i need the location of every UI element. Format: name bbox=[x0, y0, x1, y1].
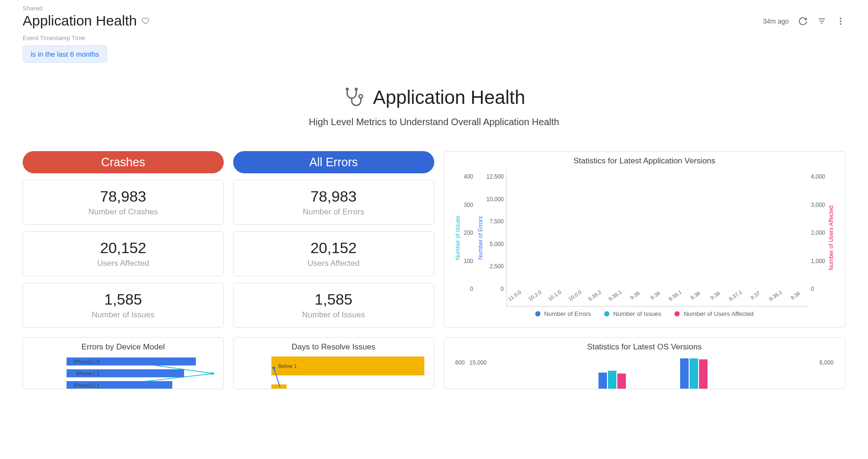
page-title: Application Health bbox=[23, 13, 137, 29]
axis-tick: 2,000 bbox=[811, 230, 825, 236]
svg-point-3 bbox=[840, 17, 841, 19]
hero-subtitle: High Level Metrics to Understand Overall… bbox=[0, 117, 868, 128]
crashes-pill[interactable]: Crashes bbox=[23, 151, 224, 173]
chart-title: Days to Resolve Issues bbox=[243, 342, 424, 352]
axis-tick: 200 bbox=[464, 230, 473, 236]
stat-value: 20,152 bbox=[31, 239, 216, 257]
axis-tick: 3,000 bbox=[811, 202, 825, 208]
hero-title: Application Health bbox=[373, 87, 525, 108]
y-axis-right: 6,0005,000 bbox=[817, 356, 835, 389]
stat-card-crashes-issues[interactable]: 1,585 Number of Issues bbox=[23, 283, 224, 328]
chart-title: Statistics for Latest Application Versio… bbox=[454, 156, 836, 166]
time-ago: 34m ago bbox=[763, 17, 789, 25]
axis-tick: 400 bbox=[464, 173, 473, 180]
stat-value: 1,585 bbox=[241, 291, 426, 308]
axis-tick: 7,500 bbox=[489, 218, 504, 225]
stat-label: Number of Issues bbox=[241, 310, 426, 320]
stat-card-errors-count[interactable]: 78,983 Number of Errors bbox=[233, 180, 434, 225]
filter-label: Event Timestamp Time bbox=[23, 34, 845, 42]
svg-point-4 bbox=[840, 20, 841, 22]
svg-point-12 bbox=[272, 366, 275, 369]
crashes-column: Crashes 78,983 Number of Crashes 20,152 … bbox=[23, 151, 224, 328]
y-axis-left-inner: 15,00012,500 bbox=[468, 356, 490, 389]
axis-tick: 12,500 bbox=[487, 173, 504, 180]
refresh-icon[interactable] bbox=[798, 17, 808, 26]
axis-tick: 2,500 bbox=[489, 263, 504, 270]
chart-days-resolve[interactable]: Days to Resolve Issues Below 1 bbox=[233, 337, 434, 389]
svg-line-11 bbox=[274, 368, 280, 387]
errors-pill[interactable]: All Errors bbox=[233, 151, 434, 173]
axis-tick: 100 bbox=[464, 258, 473, 264]
topbar: Shared Application Health 34m ago bbox=[0, 0, 868, 29]
stat-card-crashes-count[interactable]: 78,983 Number of Crashes bbox=[23, 180, 224, 225]
y-axis-label-users: Number of Users Affected bbox=[827, 205, 835, 270]
filter-icon[interactable] bbox=[817, 17, 826, 26]
more-icon[interactable] bbox=[836, 17, 845, 26]
axis-tick: 6,000 bbox=[819, 359, 834, 366]
stat-label: Users Affected bbox=[31, 259, 216, 268]
axis-tick: 500 bbox=[455, 388, 465, 389]
chart-os-versions[interactable]: Statistics for Latest OS Versions 600500… bbox=[444, 337, 846, 389]
axis-tick: 12,500 bbox=[470, 388, 487, 389]
axis-tick: 300 bbox=[464, 202, 473, 208]
y-axis-left-outer: 600500 bbox=[454, 356, 468, 389]
axis-tick: 600 bbox=[455, 359, 465, 366]
svg-point-6 bbox=[359, 94, 363, 98]
row-label: iPhone7,2 bbox=[67, 371, 100, 376]
stat-card-crashes-users[interactable]: 20,152 Users Affected bbox=[23, 231, 224, 276]
legend-label: Number of Issues bbox=[613, 310, 661, 317]
chart-versions[interactable]: Statistics for Latest Application Versio… bbox=[444, 151, 846, 328]
y-axis-left-outer: 4003002001000 bbox=[462, 170, 476, 306]
stat-value: 20,152 bbox=[241, 239, 426, 257]
chart-title: Errors by Device Model bbox=[33, 342, 214, 352]
row-label: iPhone11,8 bbox=[67, 359, 100, 365]
chart-plot-area: 11.0.010.2.010.1.010.0.09.39.29.39.19.39… bbox=[506, 170, 808, 306]
errors-column: All Errors 78,983 Number of Errors 20,15… bbox=[233, 151, 434, 328]
stat-label: Number of Crashes bbox=[31, 207, 216, 217]
stat-label: Number of Issues bbox=[31, 310, 216, 320]
stat-card-errors-users[interactable]: 20,152 Users Affected bbox=[233, 231, 434, 276]
axis-tick: 0 bbox=[470, 286, 473, 292]
chart-plot-area bbox=[489, 356, 817, 389]
svg-point-5 bbox=[840, 23, 841, 25]
filter-chip[interactable]: is in the last 6 months bbox=[23, 45, 107, 63]
axis-tick: 0 bbox=[501, 286, 504, 292]
chart-device-model[interactable]: Errors by Device Model iPhone11,8iPhone7… bbox=[23, 337, 224, 389]
axis-tick: 10,000 bbox=[487, 196, 504, 203]
axis-tick: 4,000 bbox=[811, 173, 825, 180]
filter-section: Event Timestamp Time is in the last 6 mo… bbox=[0, 29, 868, 77]
axis-tick: 15,000 bbox=[470, 359, 487, 366]
stat-label: Users Affected bbox=[241, 259, 426, 268]
hero-section: Application Health High Level Metrics to… bbox=[0, 77, 868, 151]
legend-label: Number of Users Affected bbox=[683, 310, 754, 317]
legend-label: Number of Errors bbox=[544, 310, 591, 317]
stat-card-errors-issues[interactable]: 1,585 Number of Issues bbox=[233, 283, 434, 328]
y-axis-label-issues: Number of Issues bbox=[454, 216, 462, 260]
chart-legend: Number of Errors Number of Issues Number… bbox=[454, 310, 836, 317]
axis-tick: 5,000 bbox=[819, 388, 834, 389]
stethoscope-icon bbox=[343, 86, 364, 108]
axis-tick: 1,000 bbox=[811, 258, 825, 264]
shared-label: Shared bbox=[23, 5, 150, 12]
y-axis-right: 4,0003,0002,0001,0000 bbox=[808, 170, 827, 306]
chart-title: Statistics for Latest OS Versions bbox=[454, 342, 836, 352]
stat-value: 78,983 bbox=[241, 188, 426, 205]
axis-tick: 5,000 bbox=[489, 241, 504, 247]
y-axis-left-inner: 12,50010,0007,5005,0002,5000 bbox=[485, 170, 507, 306]
heart-icon[interactable] bbox=[142, 17, 150, 25]
axis-tick: 0 bbox=[811, 286, 814, 292]
y-axis-label-errors: Number of Errors bbox=[476, 216, 485, 260]
row-label: iPhone12,1 bbox=[67, 382, 100, 388]
stat-value: 78,983 bbox=[31, 188, 216, 205]
stat-value: 1,585 bbox=[31, 291, 216, 308]
stat-label: Number of Errors bbox=[241, 207, 426, 217]
